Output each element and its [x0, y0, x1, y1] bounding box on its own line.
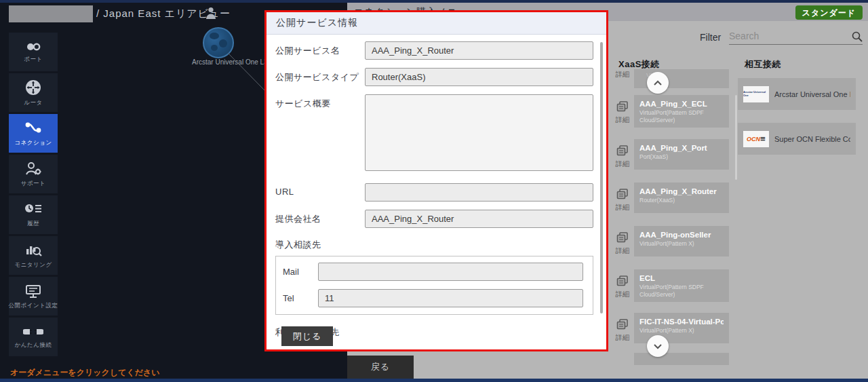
xaas-item-type: Router(XaaS) [639, 197, 724, 204]
sidebar-item-label: サポート [21, 180, 46, 188]
plan-badge-button[interactable]: スタンダード [795, 5, 863, 20]
xaas-item[interactable]: FIC-IT-NS-04-Virtual-Port-… VirtualPort(… [634, 313, 729, 343]
sidebar-item-connection[interactable]: コネクション [9, 114, 58, 153]
back-button[interactable]: 戻る [347, 356, 414, 379]
field-label-summary: サービス概要 [275, 94, 365, 110]
workspace-name-redacted [9, 5, 93, 22]
sidebar-item-label: ポート [24, 56, 42, 64]
xaas-item-type: VirtualPort(Pattern SDPF Cloud/Server) [639, 284, 724, 298]
chevron-up-icon [653, 80, 663, 86]
detail-button[interactable]: 詳細 [613, 189, 632, 212]
url-input[interactable] [365, 183, 593, 202]
app-window: / Japan East エリアビュー ポート ルータ [0, 0, 868, 382]
monitoring-icon [24, 242, 43, 259]
company-input[interactable] [365, 210, 593, 228]
modal-title: 公開サービス情報 [267, 12, 606, 35]
xaas-scrollbar[interactable] [735, 95, 737, 180]
xaas-item-name: ECL [639, 274, 724, 282]
xaas-item-type: Port(XaaS) [639, 153, 724, 161]
interconnect-heading: 相互接続 [745, 58, 781, 71]
field-label-company: 提供会社名 [275, 210, 365, 225]
interconnect-item-name: Super OCN Flexible Conn… [774, 135, 850, 143]
xaas-item-name: AAA_Ping_X_Router [639, 187, 724, 195]
sidebar-item-history[interactable]: 履歴 [9, 195, 58, 234]
detail-button[interactable]: 詳細 [613, 319, 632, 343]
consult-box: Mail Tel [275, 256, 593, 315]
sidebar-item-label: かんたん接続 [15, 341, 52, 349]
field-label-url: URL [275, 183, 365, 197]
search-input[interactable] [729, 31, 844, 41]
sidebar-item-label: 履歴 [27, 220, 39, 228]
tel-input[interactable] [318, 289, 583, 307]
interconnect-item[interactable]: OCN≡ Super OCN Flexible Conn… [738, 123, 856, 155]
chevron-down-icon [653, 343, 663, 349]
public-service-info-modal: 公開サービス情報 公開サービス名 公開サービスタイプ サービス概要 URL 提供… [264, 10, 608, 351]
consult-section-label: 導入相談先 [267, 239, 606, 251]
field-label-service-type: 公開サービスタイプ [275, 68, 365, 83]
mail-label: Mail [283, 267, 318, 277]
field-label-service-name: 公開サービス名 [275, 41, 365, 57]
public-point-icon [24, 283, 43, 299]
xaas-item[interactable]: AAA_Ping_X_Router Router(XaaS) [634, 183, 729, 213]
bottom-chrome-strip [0, 379, 868, 382]
xaas-item[interactable]: AAA_Ping-onSeller VirtualPort(Pattern X) [634, 226, 729, 256]
sidebar-item-support[interactable]: サポート [9, 155, 58, 193]
xaas-item[interactable]: AAA_Ping_X_ECL VirtualPort(Pattern SDPF … [634, 95, 729, 128]
detail-icon [616, 319, 629, 330]
detail-button[interactable]: 詳細 [613, 145, 632, 169]
detail-icon [616, 232, 629, 243]
network-node-label: Arcstar Universal One L3 [192, 58, 268, 66]
modal-scrollbar[interactable] [600, 42, 603, 313]
ocn-logo: OCN≡ [743, 131, 769, 147]
close-button[interactable]: 閉じる [281, 326, 333, 346]
user-icon[interactable] [205, 6, 217, 22]
xaas-item-name: AAA_Ping_X_Port [639, 144, 724, 152]
xaas-item-type: VirtualPort(Pattern SDPF Cloud/Server) [639, 109, 724, 123]
interconnect-item[interactable]: Arcstar Universal One Arcstar Universal … [738, 78, 856, 110]
detail-button[interactable]: 詳細 [613, 232, 632, 256]
easy-connect-icon [23, 325, 43, 339]
xaas-item-name: FIC-IT-NS-04-Virtual-Port-… [639, 318, 724, 326]
detail-button[interactable]: 詳細 [613, 101, 632, 125]
xaas-item-type: VirtualPort(Pattern X) [639, 240, 724, 248]
tel-label: Tel [283, 293, 318, 303]
sidebar-item-label: コネクション [14, 139, 52, 147]
summary-textarea[interactable] [365, 94, 593, 171]
sidebar-item-port[interactable]: ポート [9, 33, 58, 71]
detail-button[interactable]: 詳細 [613, 69, 632, 79]
sidebar-item-router[interactable]: ルータ [9, 73, 58, 112]
detail-icon [616, 275, 629, 286]
sidebar-item-label: ルータ [24, 99, 42, 107]
sidebar-item-public-point[interactable]: 公開ポイント設定 [9, 277, 58, 316]
detail-icon [616, 189, 629, 199]
sidebar-item-monitoring[interactable]: モニタリング [9, 236, 58, 275]
mail-input[interactable] [318, 263, 583, 281]
xaas-item-name: AAA_Ping-onSeller [639, 231, 724, 239]
detail-icon [616, 101, 629, 112]
service-type-input[interactable] [365, 68, 593, 86]
detail-icon [616, 145, 629, 156]
port-icon [24, 41, 43, 53]
service-name-input[interactable] [365, 41, 593, 60]
xaas-item[interactable]: ECL VirtualPort(Pattern SDPF Cloud/Serve… [634, 269, 729, 302]
xaas-item[interactable]: AAA_Ping_X_Port Port(XaaS) [634, 139, 729, 170]
router-icon [24, 79, 42, 96]
scroll-down-button[interactable] [647, 335, 669, 357]
scroll-up-button[interactable] [647, 72, 669, 94]
detail-button[interactable]: 詳細 [613, 275, 632, 299]
xaas-item-partial[interactable] [634, 353, 729, 365]
xaas-item-type: VirtualPort(Pattern X) [639, 327, 724, 335]
search-box[interactable] [729, 30, 863, 45]
sidebar-item-label: 公開ポイント設定 [9, 302, 58, 310]
filter-label: Filter [700, 32, 721, 43]
interconnect-item-name: Arcstar Universal One L3 [774, 90, 850, 98]
network-node-globe-icon[interactable] [203, 27, 234, 58]
top-chrome-strip [0, 0, 868, 3]
search-icon[interactable] [852, 31, 863, 45]
xaas-item-name: AAA_Ping_X_ECL [639, 100, 724, 108]
sidebar-item-easy-connect[interactable]: かんたん接続 [9, 318, 58, 356]
order-menu-hint: オーダメニューをクリックしてください [10, 367, 160, 379]
sidebar-item-label: モニタリング [14, 261, 52, 269]
arcstar-logo: Arcstar Universal One [743, 86, 769, 102]
support-icon [24, 161, 43, 177]
